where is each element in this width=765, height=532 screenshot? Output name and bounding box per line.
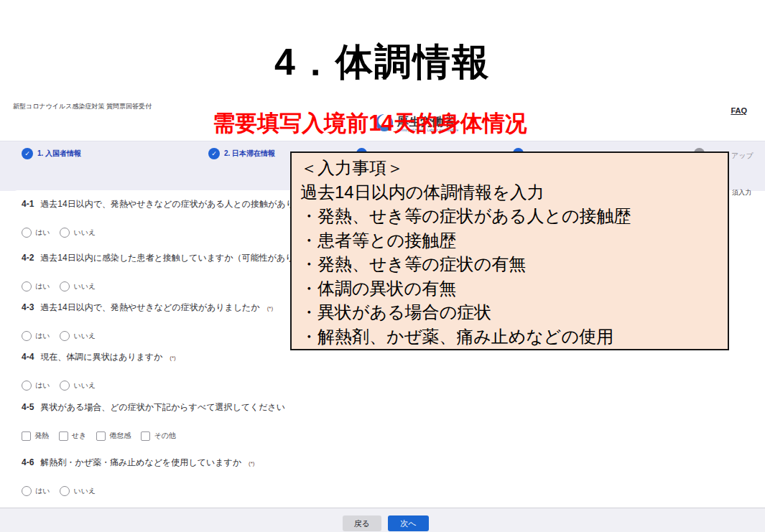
callout-line: ・体調の異状の有無 xyxy=(300,276,719,301)
radio-no[interactable]: いいえ xyxy=(60,228,96,238)
radio-icon[interactable] xyxy=(22,281,32,291)
checkbox-label: せき xyxy=(72,431,86,441)
stepper-step-5-label-fragment: アップ xyxy=(731,151,754,161)
radio-icon[interactable] xyxy=(22,381,32,391)
radio-yes[interactable]: はい xyxy=(22,281,50,291)
radio-icon[interactable] xyxy=(22,486,32,496)
checkbox-icon[interactable] xyxy=(141,431,150,441)
question-4-5-options: 発熱 せき 倦怠感 その他 xyxy=(22,431,285,441)
radio-icon[interactable] xyxy=(60,381,70,391)
question-4-3: 4-3 過去14日以内で、発熱やせきなどの症状がありましたか (*) はい いい… xyxy=(22,302,273,341)
checkbox-label: その他 xyxy=(154,431,175,441)
radio-icon[interactable] xyxy=(22,228,32,238)
required-mark: (*) xyxy=(267,305,273,312)
check-circle-icon: ✓ xyxy=(22,148,33,159)
question-4-6: 4-6 解熱剤・かぜ薬・痛み止めなどを使用していますか (*) はい いいえ xyxy=(22,457,254,496)
radio-yes-label: はい xyxy=(35,228,50,238)
question-4-5-label: 4-5 異状がある場合、どの症状か下記からすべて選択してください xyxy=(22,401,285,414)
red-annotation-note: 需要填写入境前14天的身体情况 xyxy=(0,108,740,139)
question-4-5: 4-5 異状がある場合、どの症状か下記からすべて選択してください 発熱 せき 倦… xyxy=(22,401,285,441)
callout-line: 過去14日以内の体調情報を入力 xyxy=(300,180,719,205)
radio-no[interactable]: いいえ xyxy=(60,281,96,291)
page-title: 4．体調情報 xyxy=(0,37,765,88)
question-text: 解熱剤・かぜ薬・痛み止めなどを使用していますか xyxy=(40,457,241,469)
checkbox-icon[interactable] xyxy=(96,431,106,441)
radio-yes[interactable]: はい xyxy=(22,486,50,496)
question-4-3-label: 4-3 過去14日以内で、発熱やせきなどの症状がありましたか (*) xyxy=(22,302,273,314)
check-circle-icon: ✓ xyxy=(208,148,220,159)
required-note-fragment: 須入力 xyxy=(732,188,751,197)
callout-line: ・発熱、せき等の症状の有無 xyxy=(300,252,719,276)
question-number: 4-2 xyxy=(22,253,34,263)
callout-line: ・異状がある場合の症状 xyxy=(300,300,719,325)
footer-bar: 戻る 次へ xyxy=(0,508,765,532)
checkbox-fever[interactable]: 発熱 xyxy=(22,431,49,441)
radio-no-label: いいえ xyxy=(73,228,96,238)
question-4-3-options: はい いいえ xyxy=(22,331,273,341)
question-number: 4-5 xyxy=(22,402,34,412)
checkbox-icon[interactable] xyxy=(22,431,31,441)
radio-icon[interactable] xyxy=(60,281,70,291)
radio-yes[interactable]: はい xyxy=(22,228,50,238)
radio-icon[interactable] xyxy=(22,331,32,341)
callout-line: ・発熱、せき等の症状がある人との接触歴 xyxy=(300,204,719,228)
radio-yes[interactable]: はい xyxy=(22,381,50,391)
radio-icon[interactable] xyxy=(60,486,70,496)
radio-icon[interactable] xyxy=(60,228,70,238)
radio-no[interactable]: いいえ xyxy=(60,486,96,496)
question-number: 4-4 xyxy=(22,352,34,362)
radio-no-label: いいえ xyxy=(73,331,96,341)
checkbox-label: 倦怠感 xyxy=(109,431,131,441)
stepper-step-2-label: 2. 日本滞在情報 xyxy=(224,149,275,159)
back-button[interactable]: 戻る xyxy=(343,515,381,531)
radio-yes-label: はい xyxy=(35,331,50,341)
checkbox-icon[interactable] xyxy=(59,431,68,441)
radio-icon[interactable] xyxy=(60,331,70,341)
question-4-4-label: 4-4 現在、体調に異状はありますか (*) xyxy=(22,351,176,363)
checkbox-fatigue[interactable]: 倦怠感 xyxy=(96,431,131,441)
radio-no-label: いいえ xyxy=(73,381,96,391)
screenshot-root: 4．体調情報 新型コロナウイルス感染症対策 質問票回答受付 FAQ 厚生労働省 … xyxy=(0,0,765,532)
question-text: 現在、体調に異状はありますか xyxy=(40,351,162,363)
radio-no[interactable]: いいえ xyxy=(60,331,96,341)
radio-yes-label: はい xyxy=(35,381,50,391)
question-4-6-options: はい いいえ xyxy=(22,486,254,496)
question-4-4-options: はい いいえ xyxy=(22,381,176,391)
stepper-step-1: ✓ 1. 入国者情報 xyxy=(22,148,81,159)
checkbox-label: 発熱 xyxy=(34,431,49,441)
radio-yes-label: はい xyxy=(35,486,50,496)
question-number: 4-1 xyxy=(22,199,34,209)
checkbox-other[interactable]: その他 xyxy=(141,431,175,441)
radio-yes[interactable]: はい xyxy=(22,331,50,341)
question-text: 異状がある場合、どの症状か下記からすべて選択してください xyxy=(40,401,285,414)
radio-no[interactable]: いいえ xyxy=(60,381,96,391)
next-button[interactable]: 次へ xyxy=(388,515,429,531)
question-number: 4-3 xyxy=(22,302,34,312)
input-items-callout: ＜入力事項＞ 過去14日以内の体調情報を入力 ・発熱、せき等の症状がある人との接… xyxy=(290,151,729,350)
callout-line: ・患者等との接触歴 xyxy=(300,228,719,253)
question-text: 過去14日以内で、発熱やせきなどの症状がある人との接触がありましたか xyxy=(40,198,330,210)
question-text: 過去14日以内に感染した患者と接触していますか（可能性がありますか） xyxy=(40,252,329,264)
required-mark: (*) xyxy=(249,460,254,467)
question-text: 過去14日以内で、発熱やせきなどの症状がありましたか xyxy=(40,302,259,314)
radio-yes-label: はい xyxy=(35,281,50,291)
callout-line: ・解熱剤、かぜ薬、痛み止めなどの使用 xyxy=(300,325,719,349)
required-mark: (*) xyxy=(170,355,175,361)
question-4-6-label: 4-6 解熱剤・かぜ薬・痛み止めなどを使用していますか (*) xyxy=(22,457,254,469)
callout-title: ＜入力事項＞ xyxy=(300,156,719,180)
stepper-step-2: ✓ 2. 日本滞在情報 xyxy=(208,148,275,159)
stepper-step-1-label: 1. 入国者情報 xyxy=(37,149,81,159)
question-4-4: 4-4 現在、体調に異状はありますか (*) はい いいえ xyxy=(22,351,176,391)
radio-no-label: いいえ xyxy=(73,486,96,496)
question-number: 4-6 xyxy=(22,457,34,467)
radio-no-label: いいえ xyxy=(73,281,96,291)
checkbox-cough[interactable]: せき xyxy=(59,431,86,441)
